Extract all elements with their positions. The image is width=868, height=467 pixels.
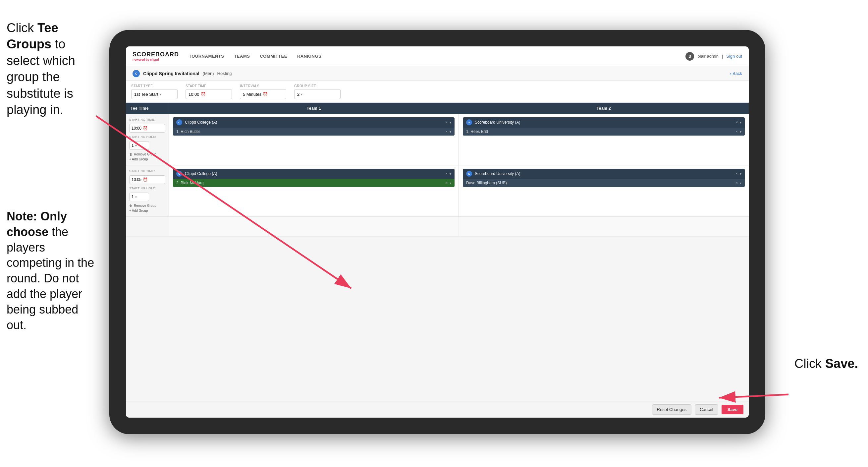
tournament-gender: (Men) — [203, 71, 214, 76]
nav-tournaments[interactable]: TOURNAMENTS — [189, 52, 224, 60]
group-size-control[interactable]: 2 ▾ — [294, 89, 341, 99]
add-group-btn-2[interactable]: + Add Group — [129, 209, 165, 212]
player-chevron-rees-britt: ▾ — [740, 130, 741, 134]
back-button[interactable]: ‹ Back — [730, 71, 742, 76]
cancel-button[interactable]: Cancel — [695, 404, 718, 415]
start-type-label: Start Type — [131, 84, 178, 88]
add-group-btn-1[interactable]: + Add Group — [129, 157, 165, 161]
team-avatar-row2t1: C — [176, 171, 182, 177]
time-clock-1: ⏰ — [143, 126, 148, 130]
player-entry-rich-butler: 1. Rich Butler × ▾ — [173, 127, 455, 136]
player-close-dave-billingham[interactable]: × — [736, 181, 738, 185]
player-entry-rees-britt: 1. Rees Britt × ▾ — [463, 127, 745, 136]
sub-header: C Clippd Spring Invitational (Men) Hosti… — [126, 66, 749, 81]
starting-hole-val-1: 1 — [131, 143, 134, 148]
team-close-row1t1[interactable]: × — [445, 120, 447, 125]
team1-cell-row3 — [169, 217, 459, 236]
team-chevron-row2t1: ▾ — [450, 172, 451, 176]
hole-chevron-1: ▾ — [135, 144, 137, 147]
team2-cell-row1: S Scoreboard University (A) × ▾ 1. Rees … — [459, 114, 749, 165]
sign-out-link[interactable]: Sign out — [726, 54, 742, 59]
logo-area: SCOREBOARD Powered by clippd — [132, 51, 179, 61]
clock-icon: ⏰ — [201, 92, 206, 96]
starting-time-input-2[interactable]: 10:05 ⏰ — [129, 175, 165, 184]
starting-hole-input-1[interactable]: 1 ▾ — [129, 141, 149, 150]
tee-row: STARTING TIME: 10:00 ⏰ STARTING HOLE: 1 … — [126, 114, 749, 166]
group-size-label: Group Size — [294, 84, 341, 88]
intervals-value: 5 Minutes — [243, 92, 261, 97]
team2-cell-row3 — [459, 217, 749, 236]
player-close-blair-mcharg[interactable]: × — [445, 181, 447, 185]
top-navigation: SCOREBOARD Powered by clippd TOURNAMENTS… — [126, 47, 749, 66]
time-clock-2: ⏰ — [143, 177, 148, 182]
tee-table-header: Tee Time Team 1 Team 2 — [126, 103, 749, 114]
player-close-rich-butler[interactable]: × — [445, 129, 447, 134]
save-button[interactable]: Save — [721, 405, 743, 414]
start-type-control[interactable]: 1st Tee Start ▾ — [131, 89, 178, 99]
starting-hole-input-2[interactable]: 1 ▾ — [129, 193, 149, 201]
logo-scoreboard: SCOREBOARD — [132, 51, 179, 58]
nav-committee[interactable]: COMMITTEE — [260, 52, 287, 60]
team-avatar-row1t2: S — [466, 119, 472, 125]
group-size-chevron: ▾ — [301, 92, 303, 96]
player-name-blair-mcharg: 2. Blair McHarg — [176, 181, 443, 185]
nav-rankings[interactable]: RANKINGS — [297, 52, 321, 60]
team-controls-row2t2: × ▾ — [736, 171, 741, 176]
sub-header-left: C Clippd Spring Invitational (Men) Hosti… — [132, 70, 730, 77]
team-close-row2t2[interactable]: × — [736, 171, 738, 176]
player-controls-rees-britt: × ▾ — [736, 129, 741, 134]
team-close-row1t2[interactable]: × — [736, 120, 738, 125]
start-type-chevron: ▾ — [160, 92, 161, 96]
hole-chevron-2: ▾ — [135, 195, 137, 199]
starting-time-val-1: 10:00 — [131, 126, 142, 130]
note-prefix: Note: Only choose — [7, 209, 67, 239]
team-entry-scoreboard-row2[interactable]: S Scoreboard University (A) × ▾ Dave Bil… — [463, 169, 745, 187]
reset-changes-button[interactable]: Reset Changes — [652, 404, 692, 415]
team-controls-row1t2: × ▾ — [736, 120, 741, 125]
tablet-device: SCOREBOARD Powered by clippd TOURNAMENTS… — [109, 30, 765, 434]
player-chevron-dave-billingham: ▾ — [740, 181, 741, 185]
start-type-group: Start Type 1st Tee Start ▾ — [131, 84, 178, 99]
team-avatar-row1t1: C — [176, 119, 182, 125]
starting-time-input-1[interactable]: 10:00 ⏰ — [129, 124, 165, 133]
team-entry-scoreboard-row1[interactable]: S Scoreboard University (A) × ▾ 1. Rees … — [463, 117, 745, 136]
logo-brand: clippd — [150, 58, 159, 61]
team1-cell-row1: C Clippd College (A) × ▾ 1. Rich Butler — [169, 114, 459, 165]
tee-row-2: STARTING TIME: 10:05 ⏰ STARTING HOLE: 1 … — [126, 166, 749, 217]
player-name-rees-britt: 1. Rees Britt — [466, 129, 733, 134]
header-team1: Team 1 — [169, 103, 459, 114]
team-close-row2t1[interactable]: × — [445, 171, 447, 176]
team-name-row1t2: Scoreboard University (A) — [475, 120, 733, 125]
start-time-control[interactable]: 10:00 ⏰ — [186, 89, 232, 99]
nav-teams[interactable]: TEAMS — [234, 52, 250, 60]
player-name-rich-butler: 1. Rich Butler — [176, 129, 443, 134]
remove-group-btn-1[interactable]: 🗑 Remove Group — [129, 152, 165, 156]
team-entry-clippd-row2[interactable]: C Clippd College (A) × ▾ 2. Blair McHarg — [173, 169, 455, 187]
group-size-value: 2 — [297, 92, 300, 97]
user-name: blair admin — [698, 54, 719, 59]
tee-table-body: STARTING TIME: 10:00 ⏰ STARTING HOLE: 1 … — [126, 114, 749, 401]
player-chevron-rich-butler: ▾ — [450, 130, 451, 134]
tee-actions-2: 🗑 Remove Group + Add Group — [129, 204, 165, 212]
team-controls-row1t1: × ▾ — [445, 120, 451, 125]
team-chevron-row1t1: ▾ — [450, 121, 451, 124]
remove-group-btn-2[interactable]: 🗑 Remove Group — [129, 204, 165, 207]
player-controls-rich-butler: × ▾ — [445, 129, 451, 134]
starting-hole-val-2: 1 — [131, 195, 134, 199]
player-controls-dave-billingham: × ▾ — [736, 181, 741, 185]
sub-avatar: C — [132, 70, 140, 77]
starting-time-label-1: STARTING TIME: — [129, 118, 165, 121]
click-save-bold: Save. — [825, 357, 858, 371]
start-time-value: 10:00 — [188, 92, 199, 97]
team-chevron-row1t2: ▾ — [740, 121, 741, 124]
team-entry-clippd-row1[interactable]: C Clippd College (A) × ▾ 1. Rich Butler — [173, 117, 455, 136]
tablet-screen: SCOREBOARD Powered by clippd TOURNAMENTS… — [126, 47, 749, 418]
tee-row-3 — [126, 217, 749, 237]
logo-powered: Powered by clippd — [132, 58, 179, 61]
team-entry-header-row2t2: S Scoreboard University (A) × ▾ — [463, 169, 745, 179]
header-tee-time: Tee Time — [126, 103, 169, 114]
team-name-row1t1: Clippd College (A) — [185, 120, 443, 125]
start-time-label: Start Time — [186, 84, 232, 88]
player-close-rees-britt[interactable]: × — [736, 129, 738, 134]
intervals-control[interactable]: 5 Minutes ⏰ — [240, 89, 286, 99]
